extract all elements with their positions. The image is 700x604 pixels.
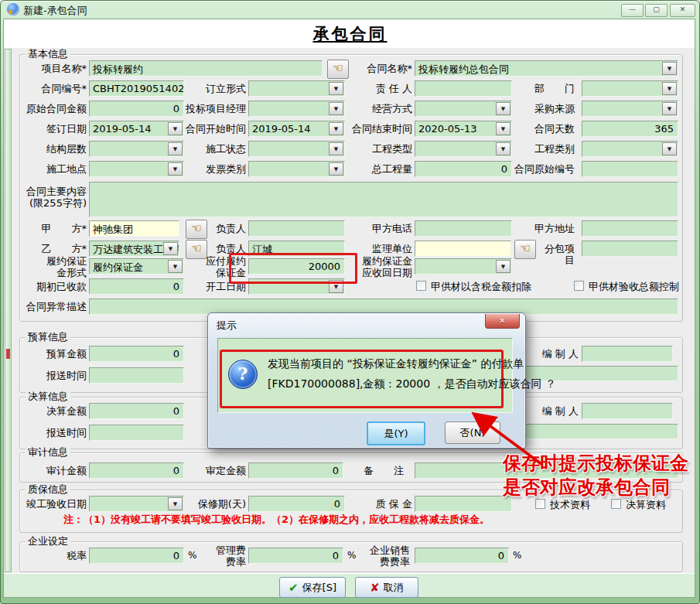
group-enterprise-title: 企业设定 <box>26 535 70 547</box>
retention-input[interactable] <box>415 496 512 512</box>
chevron-down-icon[interactable]: ▼ <box>163 242 178 255</box>
chevron-down-icon[interactable]: ▼ <box>496 142 510 155</box>
management-rate-input[interactable]: 0 <box>248 548 343 564</box>
end-time-picker[interactable]: 2020-05-13▼ <box>415 121 512 137</box>
group-settlement-title: 决算信息 <box>26 391 70 402</box>
chevron-down-icon[interactable]: ▼ <box>329 142 343 155</box>
label-deposit-return-date: 履约保证金 应收回日期 <box>348 255 412 278</box>
label-audit-amount: 审计金额 <box>19 465 87 476</box>
tax-deduct-checkbox[interactable] <box>416 281 426 291</box>
warranty-period-input[interactable]: 0 <box>248 496 345 512</box>
party-a-input[interactable]: 神驰集团 <box>89 220 179 237</box>
chevron-down-icon[interactable]: ▼ <box>496 260 510 273</box>
left-splitter-strip[interactable] <box>5 49 12 572</box>
chevron-down-icon[interactable]: ▼ <box>168 162 183 176</box>
acceptance-date-picker[interactable]: ▼ <box>89 496 184 512</box>
department-select[interactable]: ▼ <box>582 80 678 97</box>
main-content-textarea[interactable] <box>89 182 678 217</box>
responsible-input[interactable] <box>415 80 512 97</box>
business-mode-select[interactable]: ▼ <box>415 101 512 117</box>
settlement-amount-input[interactable]: 0 <box>89 403 184 419</box>
label-budget-compiler: 编 制 人 <box>534 348 579 360</box>
total-quantity-input[interactable]: 0 <box>415 161 512 177</box>
tech-docs-checkbox[interactable] <box>535 499 545 509</box>
acceptance-control-checkbox[interactable] <box>574 281 584 291</box>
audit-amount-input[interactable]: 0 <box>89 462 184 479</box>
sales-rate-input[interactable]: 0 <box>415 548 509 564</box>
tax-rate-input[interactable]: 0 <box>89 548 184 564</box>
settlement-docs-checkbox[interactable] <box>611 499 621 509</box>
dialog-close-button[interactable]: ✕ <box>485 314 520 329</box>
settlement-compiler-input[interactable] <box>582 403 673 419</box>
party-a-picker-button[interactable]: ☜ <box>186 220 207 239</box>
minimize-button[interactable]: — <box>621 4 644 17</box>
purchase-source-select[interactable]: ▼ <box>582 101 678 117</box>
sales-rate-unit: % <box>513 550 521 561</box>
invoice-type-select[interactable]: ▼ <box>248 161 345 177</box>
sign-date-picker[interactable]: 2019-05-14▼ <box>89 121 184 137</box>
supervisor-input[interactable] <box>415 241 511 257</box>
label-acceptance-date: 竣工验收日期 <box>19 498 87 510</box>
chevron-down-icon[interactable]: ▼ <box>662 62 677 75</box>
project-category-select[interactable]: ▼ <box>582 141 678 157</box>
location-select[interactable]: ▼ <box>89 161 184 177</box>
label-settlement-amount: 决算金额 <box>19 405 87 417</box>
contract-name-select[interactable]: 投标转履约总包合同▼ <box>415 60 678 77</box>
party-a-manager-input[interactable] <box>248 220 345 237</box>
label-party-a-address: 甲方地址 <box>514 223 575 234</box>
label-contract-no: 合同编号* <box>19 83 87 94</box>
bid-manager-select[interactable]: ▼ <box>248 101 345 117</box>
budget-amount-input[interactable]: 0 <box>89 346 184 362</box>
chevron-down-icon[interactable]: ▼ <box>168 142 183 155</box>
chevron-down-icon[interactable]: ▼ <box>329 122 343 135</box>
chevron-down-icon[interactable]: ▼ <box>662 102 677 115</box>
party-b-select[interactable]: 万达建筑安装工程有▼ <box>89 241 179 257</box>
save-button[interactable]: ✔保存[S] <box>279 577 346 598</box>
construction-status-select[interactable]: ▼ <box>248 141 345 157</box>
supervisor-picker-button[interactable]: ☜ <box>514 240 536 259</box>
budget-submit-time-input[interactable] <box>89 367 184 384</box>
original-amount-input[interactable]: 0 <box>89 101 184 117</box>
cancel-button[interactable]: ✘取消 <box>355 577 418 598</box>
initial-received-input[interactable]: 0 <box>89 278 184 295</box>
chevron-down-icon[interactable]: ▼ <box>496 102 510 115</box>
label-initial-received: 期初已收款 <box>19 281 87 292</box>
chevron-down-icon[interactable]: ▼ <box>329 82 343 95</box>
contract-days-input[interactable]: 365 <box>582 121 678 137</box>
chevron-down-icon[interactable]: ▼ <box>662 82 677 95</box>
close-button[interactable]: ✕ <box>670 4 695 17</box>
chevron-down-icon[interactable]: ▼ <box>329 102 343 115</box>
label-party-a: 甲 方* <box>19 223 87 234</box>
chevron-down-icon[interactable]: ▼ <box>496 122 510 135</box>
chevron-down-icon[interactable]: ▼ <box>329 162 343 176</box>
dialog-no-button[interactable]: 否(N) <box>445 421 500 444</box>
label-deposit-form: 履约保证 金形式 <box>19 255 87 278</box>
maximize-button[interactable]: ▢ <box>645 4 668 17</box>
deposit-form-select[interactable]: 履约保证金▼ <box>89 258 184 275</box>
label-party-b: 乙 方* <box>19 243 87 254</box>
subcontract-project-input[interactable] <box>582 241 678 257</box>
footer-band <box>4 573 695 598</box>
project-name-picker-button[interactable]: ☜ <box>327 60 349 79</box>
chevron-down-icon[interactable]: ▼ <box>168 260 183 273</box>
dialog-message-line1: 发现当前项目的 “投标保证金转履约保证金” 的付款单 <box>268 353 500 374</box>
chevron-down-icon[interactable]: ▼ <box>662 142 677 155</box>
budget-compiler-input[interactable] <box>582 346 673 362</box>
structure-layers-select[interactable]: ▼ <box>89 141 184 157</box>
establish-form-select[interactable]: ▼ <box>248 80 345 97</box>
deposit-return-date-picker[interactable]: ▼ <box>415 258 512 275</box>
party-a-phone-input[interactable] <box>415 220 512 237</box>
party-a-address-input[interactable] <box>582 220 678 237</box>
original-no-input[interactable] <box>582 161 678 177</box>
chevron-down-icon[interactable]: ▼ <box>168 497 183 510</box>
start-time-picker[interactable]: 2019-05-14▼ <box>248 121 345 137</box>
tech-docs-checkbox-label: 技术资料 <box>550 498 590 512</box>
management-rate-unit: % <box>347 550 356 561</box>
approved-amount-input[interactable]: 0 <box>248 462 343 479</box>
project-name-input[interactable]: 投标转履约 <box>89 60 323 77</box>
dialog-yes-button[interactable]: 是(Y) <box>367 421 425 445</box>
settlement-submit-time-input[interactable] <box>89 425 184 441</box>
contract-no-input[interactable]: CBHT2019051402 <box>89 80 184 97</box>
page-title: 承包合同 <box>3 23 697 45</box>
project-type-select[interactable]: ▼ <box>415 141 512 157</box>
